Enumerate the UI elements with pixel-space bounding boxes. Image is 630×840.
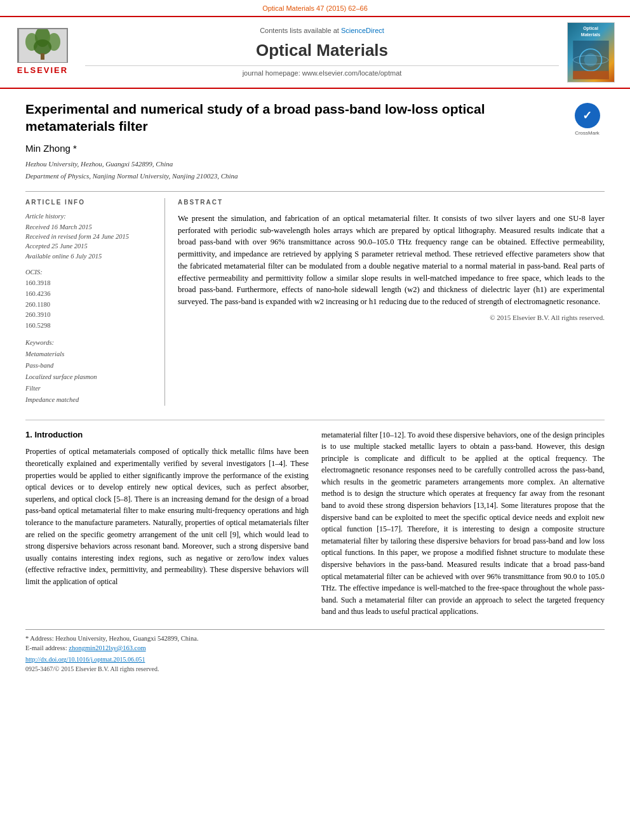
svg-rect-10 [573, 71, 608, 79]
journal-title: Optical Materials [85, 39, 559, 63]
ocis-1: 160.4236 [25, 289, 154, 300]
keyword-0: Metamaterials [25, 349, 154, 360]
article-history-section: Article history: Received 16 March 2015 … [25, 211, 154, 261]
ocis-0: 160.3918 [25, 278, 154, 289]
elsevier-wordmark: ELSEVIER [17, 65, 68, 77]
keywords-label: Keywords: [25, 338, 154, 347]
email-label: E-mail address: [25, 644, 69, 651]
ocis-2: 260.1180 [25, 300, 154, 310]
introduction-section: 1. Introduction Properties of optical me… [25, 420, 605, 618]
ocis-4: 160.5298 [25, 321, 154, 331]
journal-issue-bar: Optical Materials 47 (2015) 62–66 [0, 0, 630, 16]
journal-homepage: journal homepage: www.elsevier.com/locat… [85, 65, 559, 79]
copyright-line: © 2015 Elsevier B.V. All rights reserved… [178, 313, 605, 323]
history-received: Received 16 March 2015 [25, 222, 154, 232]
journal-issue-text: Optical Materials 47 (2015) 62–66 [262, 4, 368, 12]
affiliation-1: Hezhou University, Hezhou, Guangxi 54289… [25, 159, 562, 170]
doi-link[interactable]: http://dx.doi.org/10.1016/j.optmat.2015.… [25, 655, 605, 665]
intro-heading: 1. Introduction [25, 429, 309, 441]
elsevier-logo: ELSEVIER [8, 28, 77, 77]
svg-point-4 [34, 39, 51, 55]
journal-center: Contents lists available at ScienceDirec… [85, 26, 559, 79]
sciencedirect-link[interactable]: ScienceDirect [341, 27, 384, 34]
intro-text-right: metamaterial filter [10–12]. To avoid th… [321, 429, 605, 618]
journal-header: ELSEVIER Contents lists available at Sci… [0, 16, 630, 89]
abstract-text: We present the simulation, and fabricati… [178, 213, 605, 308]
keyword-2: Localized surface plasmon [25, 371, 154, 383]
footnote-area: * Address: Hezhou University, Hezhou, Gu… [25, 629, 605, 674]
keywords-section: Keywords: Metamaterials Pass-band Locali… [25, 338, 154, 405]
keyword-4: Impedance matched [25, 394, 154, 406]
keyword-1: Pass-band [25, 360, 154, 371]
email-link[interactable]: zhongmin2012lsy@163.com [69, 644, 145, 651]
article-info-left: ARTICLE INFO Article history: Received 1… [25, 198, 165, 405]
history-online: Available online 6 July 2015 [25, 251, 154, 261]
issn-text: 0925-3467/© 2015 Elsevier B.V. All right… [25, 665, 605, 674]
article-main: Experimental and numerical study of a br… [0, 89, 630, 690]
article-info-title: ARTICLE INFO [25, 198, 154, 208]
ocis-label: OCIS: [25, 267, 154, 277]
intro-col-left: 1. Introduction Properties of optical me… [25, 429, 309, 618]
footnote-email-line: E-mail address: zhongmin2012lsy@163.com [25, 643, 605, 653]
affiliation-2: Department of Physics, Nanjing Normal Un… [25, 171, 562, 182]
abstract-title: ABSTRACT [178, 198, 605, 208]
journal-cover-image: OpticalMaterials [567, 22, 615, 83]
crossmark-label: CrossMark [575, 130, 600, 137]
svg-rect-5 [41, 53, 44, 60]
author-name: Min Zhong * [25, 142, 562, 156]
article-title: Experimental and numerical study of a br… [25, 100, 562, 135]
history-label: Article history: [25, 211, 154, 221]
cover-title-text: OpticalMaterials [581, 25, 600, 38]
crossmark-badge[interactable]: ✓ CrossMark [570, 100, 605, 137]
footnote-address: * Address: Hezhou University, Hezhou, Gu… [25, 634, 605, 643]
journal-cover-area: OpticalMaterials [559, 22, 622, 83]
article-title-section: Experimental and numerical study of a br… [25, 100, 605, 182]
article-title-text: Experimental and numerical study of a br… [25, 100, 562, 182]
ocis-section: OCIS: 160.3918 160.4236 260.1180 260.391… [25, 267, 154, 331]
crossmark-icon: ✓ [575, 103, 600, 128]
contents-available-line: Contents lists available at ScienceDirec… [85, 26, 559, 36]
keyword-3: Filter [25, 383, 154, 394]
article-abstract-section: ABSTRACT We present the simulation, and … [178, 198, 605, 405]
history-accepted: Accepted 25 June 2015 [25, 241, 154, 251]
article-info-row: ARTICLE INFO Article history: Received 1… [25, 191, 605, 405]
ocis-3: 260.3910 [25, 310, 154, 321]
intro-text-left: Properties of optical metamaterials comp… [25, 446, 309, 587]
history-revised: Received in revised form 24 June 2015 [25, 232, 154, 241]
intro-col-right: metamaterial filter [10–12]. To avoid th… [321, 429, 605, 618]
elsevier-tree-image [17, 28, 68, 63]
